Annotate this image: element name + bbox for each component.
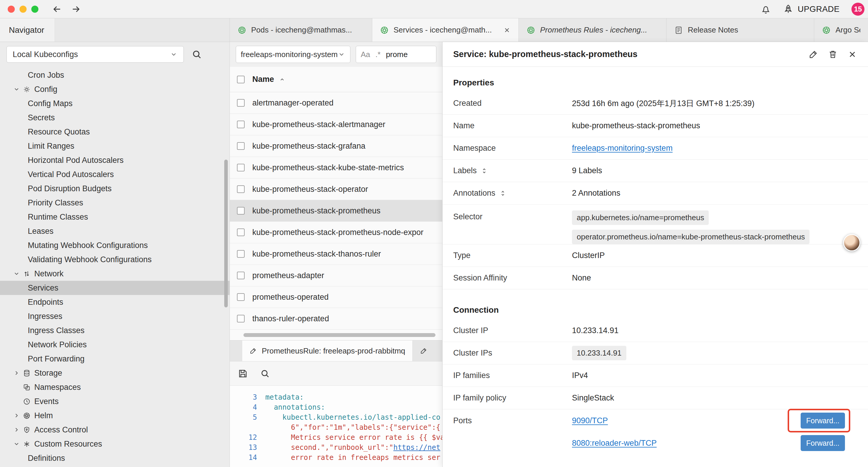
unfold-icon[interactable] xyxy=(499,189,507,197)
sidebar-item-ingresses[interactable]: Ingresses xyxy=(0,309,229,323)
port-row: 9090/TCPForward... xyxy=(572,409,868,432)
row-checkbox[interactable] xyxy=(237,185,245,193)
window-close-button[interactable] xyxy=(8,6,15,13)
row-checkbox[interactable] xyxy=(237,142,245,150)
sidebar-item-secrets[interactable]: Secrets xyxy=(0,111,229,125)
row-checkbox[interactable] xyxy=(237,99,245,107)
sidebar-item-limit-ranges[interactable]: Limit Ranges xyxy=(0,139,229,153)
match-case-toggle[interactable]: Aa xyxy=(361,50,370,59)
window-zoom-button[interactable] xyxy=(31,6,38,13)
code-text: 6","for":"1m","labels":{"service":{ xyxy=(265,423,440,432)
sidebar-item-services[interactable]: Services xyxy=(0,281,229,295)
sidebar-item-storage[interactable]: Storage xyxy=(0,366,229,380)
detail-row-annotations: Annotations2 Annotations xyxy=(442,182,868,205)
sidebar-item-access-control[interactable]: Access Control xyxy=(0,423,229,437)
row-checkbox[interactable] xyxy=(237,315,245,322)
selector-badge: app.kubernetes.io/name=prometheus xyxy=(572,210,709,225)
sidebar-item-leases[interactable]: Leases xyxy=(0,224,229,238)
tab-argo-se[interactable]: Argo Se xyxy=(814,18,868,42)
sidebar-search-icon[interactable] xyxy=(191,49,202,60)
sidebar-item-ingress-classes[interactable]: Ingress Classes xyxy=(0,323,229,338)
ports-value: 9090/TCPForward...8080:reloader-web/TCPF… xyxy=(572,409,868,454)
save-icon[interactable] xyxy=(238,368,248,379)
table-row[interactable]: kube-prometheus-stack-operator xyxy=(230,178,442,200)
table-row[interactable]: prometheus-adapter xyxy=(230,265,442,286)
edit-icon[interactable] xyxy=(808,49,818,59)
editor-search-icon[interactable] xyxy=(260,369,270,379)
upgrade-button[interactable]: UPGRADE xyxy=(783,4,840,14)
horizontal-scrollbar-thumb[interactable] xyxy=(243,333,435,337)
list-search-input[interactable]: Aa .* prome xyxy=(356,46,436,63)
presence-avatar[interactable] xyxy=(843,234,860,251)
tab-release-notes[interactable]: Release Notes xyxy=(666,18,814,42)
forward-button[interactable]: Forward... xyxy=(801,435,845,451)
kubeconfig-selector[interactable]: Local Kubeconfigs xyxy=(6,46,184,63)
sort-ascending-icon[interactable] xyxy=(279,76,285,83)
sidebar-item-endpoints[interactable]: Endpoints xyxy=(0,295,229,309)
sidebar-item-namespaces[interactable]: Namespaces xyxy=(0,380,229,394)
sidebar-item-events[interactable]: Events xyxy=(0,394,229,408)
row-checkbox[interactable] xyxy=(237,207,245,214)
table-row[interactable]: kube-prometheus-stack-alertmanager xyxy=(230,114,442,135)
sidebar-item-vertical-pod-autoscalers[interactable]: Vertical Pod Autoscalers xyxy=(0,167,229,181)
close-icon[interactable] xyxy=(847,49,857,59)
sidebar-item-helm[interactable]: Helm xyxy=(0,408,229,423)
namespace-selector[interactable]: freeleaps-monitoring-system xyxy=(236,46,350,63)
sidebar-item-horizontal-pod-autoscalers[interactable]: Horizontal Pod Autoscalers xyxy=(0,153,229,167)
sidebar-item-port-forwarding[interactable]: Port Forwarding xyxy=(0,352,229,366)
notifications-bell-icon[interactable] xyxy=(761,4,771,14)
select-all-checkbox[interactable] xyxy=(237,76,245,83)
sidebar-item-network-policies[interactable]: Network Policies xyxy=(0,338,229,352)
editor-tab-prometheusrule[interactable]: PrometheusRule: freeleaps-prod-rabbitmq xyxy=(242,341,413,361)
port-link[interactable]: 9090/TCP xyxy=(572,416,608,425)
tab-pods-icecheng-mathmas[interactable]: Pods - icecheng@mathmas... xyxy=(230,18,372,42)
detail-label: Cluster IP xyxy=(453,326,572,335)
tab-prometheus-rules-icecheng[interactable]: Prometheus Rules - icecheng... xyxy=(519,18,666,42)
sidebar-item-pod-disruption-budgets[interactable]: Pod Disruption Budgets xyxy=(0,181,229,196)
delete-icon[interactable] xyxy=(828,49,838,59)
table-row[interactable]: kube-prometheus-stack-thanos-ruler xyxy=(230,243,442,265)
back-icon[interactable] xyxy=(52,4,62,14)
navigator-panel-tab[interactable]: Navigator xyxy=(0,18,55,42)
row-checkbox[interactable] xyxy=(237,250,245,258)
editor-tab-partial[interactable] xyxy=(413,341,435,361)
regex-toggle[interactable]: .* xyxy=(375,50,380,59)
forward-icon[interactable] xyxy=(71,4,81,14)
table-row[interactable]: kube-prometheus-stack-grafana xyxy=(230,135,442,157)
tab-close-icon[interactable] xyxy=(503,26,511,34)
row-checkbox[interactable] xyxy=(237,272,245,279)
row-checkbox[interactable] xyxy=(237,121,245,128)
sidebar-item-validating-webhook-configurations[interactable]: Validating Webhook Configurations xyxy=(0,253,229,267)
sidebar-item-mutating-webhook-configurations[interactable]: Mutating Webhook Configurations xyxy=(0,238,229,253)
row-checkbox[interactable] xyxy=(237,229,245,236)
sidebar-item-definitions[interactable]: Definitions xyxy=(0,451,229,465)
table-row[interactable]: kube-prometheus-stack-kube-state-metrics xyxy=(230,157,442,178)
table-row[interactable]: kube-prometheus-stack-prometheus xyxy=(230,200,442,222)
row-checkbox[interactable] xyxy=(237,164,245,171)
sidebar-item-config-maps[interactable]: Config Maps xyxy=(0,96,229,111)
notification-count-badge[interactable]: 15 xyxy=(851,3,864,16)
port-link[interactable]: 8080:reloader-web/TCP xyxy=(572,439,657,448)
sidebar-item-resource-quotas[interactable]: Resource Quotas xyxy=(0,125,229,139)
sidebar-item-priority-classes[interactable]: Priority Classes xyxy=(0,196,229,210)
row-checkbox[interactable] xyxy=(237,293,245,301)
namespace-link[interactable]: freeleaps-monitoring-system xyxy=(572,144,673,153)
sidebar-item-label: Port Forwarding xyxy=(28,354,85,363)
sidebar-item-network[interactable]: Network xyxy=(0,267,229,281)
tab-services-icecheng-math[interactable]: Services - icecheng@math... xyxy=(372,18,519,42)
yaml-editor[interactable]: 3metadata:4annotations:5kubectl.kubernet… xyxy=(230,386,442,467)
table-row[interactable]: kube-prometheus-stack-prometheus-node-ex… xyxy=(230,222,442,243)
unfold-icon[interactable] xyxy=(480,167,488,175)
name-column-header[interactable]: Name xyxy=(252,75,274,84)
sidebar-item-runtime-classes[interactable]: Runtime Classes xyxy=(0,210,229,224)
forward-button[interactable]: Forward... xyxy=(801,413,845,429)
table-row[interactable]: alertmanager-operated xyxy=(230,92,442,114)
window-minimize-button[interactable] xyxy=(20,6,27,13)
sidebar-item-config[interactable]: Config xyxy=(0,82,229,96)
sidebar-item-cron-jobs[interactable]: Cron Jobs xyxy=(0,68,229,82)
service-name: alertmanager-operated xyxy=(252,98,334,108)
table-row[interactable]: thanos-ruler-operated xyxy=(230,308,442,329)
table-row[interactable]: prometheus-operated xyxy=(230,286,442,308)
sidebar-item-custom-resources[interactable]: Custom Resources xyxy=(0,437,229,451)
sidebar-scrollbar-thumb[interactable] xyxy=(224,159,228,308)
